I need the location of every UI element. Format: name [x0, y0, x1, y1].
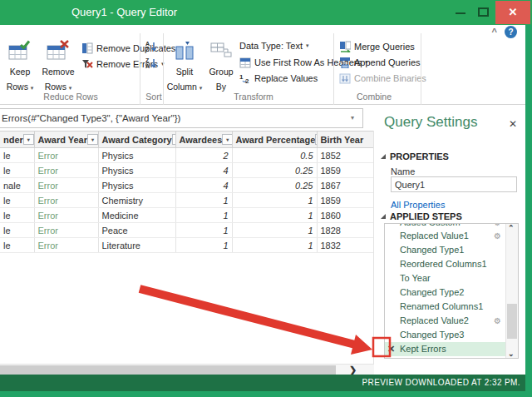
step-kept-errors[interactable]: ✕ Kept Errors [385, 342, 518, 356]
cell-gender[interactable]: le [0, 238, 34, 253]
delete-step-icon[interactable]: ✕ [387, 342, 395, 356]
cell-award-category[interactable]: Peace [98, 223, 175, 238]
step-changed-type1[interactable]: Changed Type1 [385, 243, 518, 257]
formula-input[interactable]: Errors(#"Changed Type3", {"Award Year"}) [0, 108, 363, 128]
table-row[interactable]: le Error Medicine 1 1 1860 [0, 208, 373, 223]
step-replaced-value2[interactable]: Replaced Value2 ⚙ [385, 314, 518, 328]
cell-gender[interactable]: le [0, 208, 34, 223]
formula-dropdown-icon[interactable]: ▾ [351, 114, 354, 122]
panel-close-icon[interactable]: ✕ [509, 118, 517, 130]
cell-award-percentage[interactable]: 0.5 [232, 148, 317, 163]
cell-awardees[interactable]: 1 [175, 208, 232, 223]
step-changed-type3[interactable]: Changed Type3 [385, 328, 518, 342]
maximize-button[interactable] [478, 7, 489, 17]
table-row[interactable]: le Error Literature 1 1 1832 [0, 238, 373, 253]
cell-birth-year[interactable]: 1859 [317, 193, 373, 208]
step-changed-type2[interactable]: Changed Type2 [385, 285, 518, 300]
cell-award-percentage[interactable]: 0.25 [232, 163, 317, 178]
filter-icon[interactable]: ▾ [172, 134, 175, 145]
cell-gender[interactable]: le [0, 148, 34, 163]
sort-ascending-button[interactable]: A Z [145, 41, 157, 52]
cell-award-percentage[interactable]: 1 [232, 193, 317, 208]
horizontal-scrollbar[interactable]: ❯ [0, 364, 374, 375]
cell-awardees[interactable]: 2 [175, 148, 232, 163]
minimize-button[interactable] [456, 12, 466, 14]
cell-award-year[interactable]: Error [34, 148, 98, 163]
combine-binaries-button[interactable]: Combine Binaries [339, 72, 426, 84]
cell-awardees[interactable]: 4 [175, 163, 232, 178]
column-header-gender[interactable]: nder▾ [0, 132, 34, 148]
steps-scrollbar-thumb[interactable] [507, 304, 517, 339]
remove-duplicates-button[interactable]: Remove Duplicates [81, 42, 175, 54]
step-renamed-columns1[interactable]: Renamed Columns1 [385, 300, 518, 314]
applied-steps-section-header[interactable]: APPLIED STEPS [381, 211, 462, 221]
keep-rows-button[interactable]: Keep Rows ▾ [2, 40, 38, 93]
filter-icon[interactable]: ▾ [23, 134, 34, 145]
cell-award-year[interactable]: Error [34, 193, 98, 208]
cell-award-category[interactable]: Physics [98, 148, 175, 163]
cell-award-percentage[interactable]: 1 [232, 238, 317, 253]
cell-birth-year[interactable]: 1867 [317, 178, 373, 193]
cell-gender[interactable]: le [0, 163, 34, 178]
cell-award-category[interactable]: Physics [98, 163, 175, 178]
remove-rows-button[interactable]: Remove Rows ▾ [40, 40, 76, 93]
cell-award-year[interactable]: Error [34, 178, 98, 193]
cell-awardees[interactable]: 4 [175, 178, 232, 193]
help-icon[interactable]: ? [505, 26, 517, 38]
merge-queries-button[interactable]: Merge Queries [339, 41, 415, 52]
scroll-up-icon[interactable]: ⌃ [508, 224, 515, 232]
cell-award-year[interactable]: Error [34, 208, 98, 223]
steps-scrollbar[interactable]: ⌃ ⌄ [505, 224, 518, 358]
table-row[interactable]: nale Error Physics 4 0.25 1867 [0, 178, 373, 193]
all-properties-link[interactable]: All Properties [391, 200, 445, 210]
column-header-award-percentage[interactable]: Award Percentage▾ [232, 132, 317, 148]
cell-awardees[interactable]: 1 [175, 193, 232, 208]
filter-icon[interactable]: ▾ [222, 134, 232, 145]
data-type-button[interactable]: Data Type: Text ▾ [239, 41, 309, 51]
column-header-award-category[interactable]: Award Category▾ [98, 132, 175, 148]
cell-award-category[interactable]: Chemistry [98, 193, 175, 208]
sort-descending-button[interactable]: Z A [145, 57, 157, 69]
cell-birth-year[interactable]: 1852 [317, 148, 373, 163]
cell-gender[interactable]: le [0, 223, 34, 238]
table-row[interactable]: le Error Peace 1 1 1828 [0, 223, 373, 238]
cell-birth-year[interactable]: 1828 [317, 223, 373, 238]
cell-award-percentage[interactable]: 1 [232, 223, 317, 238]
column-header-award-year[interactable]: Award Year▾ [34, 132, 98, 148]
table-row[interactable]: le Error Physics 2 0.5 1852 [0, 148, 373, 163]
query-name-input[interactable] [391, 176, 517, 192]
ribbon-collapse-icon[interactable]: ^ [492, 27, 497, 37]
column-header-awardees[interactable]: Awardees▾ [175, 132, 232, 148]
cell-award-year[interactable]: Error [34, 238, 98, 253]
gear-icon[interactable]: ⚙ [494, 314, 501, 328]
split-column-button[interactable]: Split Column ▾ [166, 40, 203, 93]
cell-birth-year[interactable]: 1832 [317, 238, 373, 253]
table-row[interactable]: le Error Chemistry 1 1 1859 [0, 193, 373, 208]
scroll-down-icon[interactable]: ⌄ [508, 350, 515, 358]
table-row[interactable]: le Error Physics 4 0.25 1859 [0, 163, 373, 178]
cell-awardees[interactable]: 1 [175, 238, 232, 253]
cell-award-year[interactable]: Error [34, 223, 98, 238]
cell-birth-year[interactable]: 1860 [317, 208, 373, 223]
close-button[interactable]: ✕ [495, 1, 530, 24]
properties-section-header[interactable]: PROPERTIES [381, 151, 449, 161]
cell-award-percentage[interactable]: 1 [232, 208, 317, 223]
step-replaced-value1[interactable]: Replaced Value1 ⚙ [385, 229, 518, 243]
cell-award-year[interactable]: Error [34, 163, 98, 178]
cell-awardees[interactable]: 1 [175, 223, 232, 238]
cell-award-category[interactable]: Physics [98, 178, 175, 193]
step-reordered-columns1[interactable]: Reordered Columns1 [385, 257, 518, 271]
group-by-button[interactable]: Group By [203, 40, 239, 93]
cell-award-category[interactable]: Literature [98, 238, 175, 253]
filter-icon[interactable]: ▾ [87, 134, 98, 145]
step-to-year[interactable]: To Year [385, 271, 518, 285]
cell-award-category[interactable]: Medicine [98, 208, 175, 223]
column-header-birth-year[interactable]: Birth Year [317, 132, 373, 148]
cell-gender[interactable]: nale [0, 178, 34, 193]
replace-values-button[interactable]: 1 2 Replace Values [239, 72, 318, 84]
append-queries-button[interactable]: Append Queries [339, 57, 421, 68]
cell-birth-year[interactable]: 1859 [317, 163, 373, 178]
gear-icon[interactable]: ⚙ [494, 229, 501, 243]
cell-gender[interactable]: le [0, 193, 34, 208]
cell-award-percentage[interactable]: 0.25 [232, 178, 317, 193]
